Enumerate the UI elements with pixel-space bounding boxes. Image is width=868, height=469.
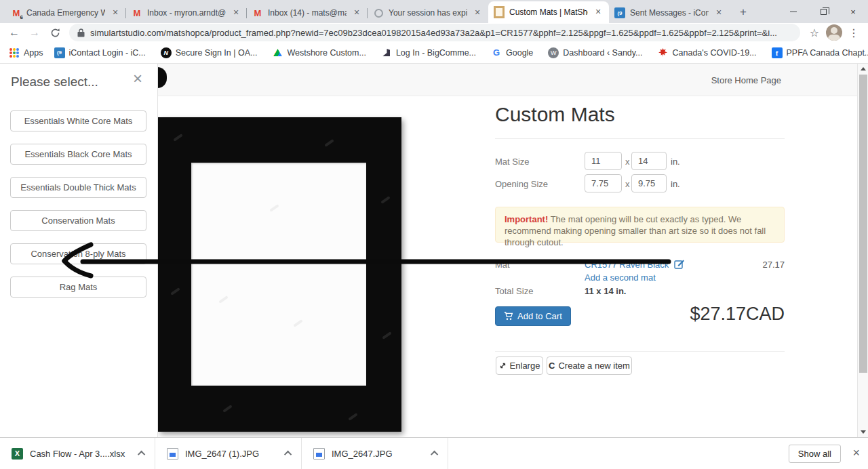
download-item[interactable]: IMG_2647 (1).JPG (155, 438, 302, 469)
browser-tab[interactable]: Inbox - myron.arndt@g × (126, 3, 247, 23)
mat-width-input[interactable] (585, 152, 622, 170)
tab-close-icon[interactable]: × (593, 7, 604, 18)
bookmark-favicon (658, 47, 669, 58)
total-size-label: Total Size (495, 286, 533, 296)
browser-tab[interactable]: Inbox (14) - mats@mat × (247, 3, 368, 23)
chevron-up-icon[interactable] (431, 451, 438, 458)
bookmark-item[interactable]: Dashboard ‹ Sandy... (544, 47, 646, 58)
download-item[interactable]: Cash Flow - Apr 3....xlsx (0, 438, 155, 469)
scroll-up-icon[interactable] (861, 67, 866, 70)
mat-type-button[interactable]: Rag Mats (10, 277, 146, 298)
bookmark-label: PPFA Canada Chapt... (787, 48, 868, 58)
reload-icon (50, 28, 60, 38)
browser-tab[interactable]: Custom Mats | MatSho × (488, 1, 609, 23)
opening-width-input[interactable] (585, 174, 622, 192)
bookmark-label: Google (506, 48, 533, 58)
tab-favicon (494, 7, 505, 18)
apps-grid-icon (9, 48, 19, 58)
opening-size-label: Opening Size (495, 179, 548, 189)
create-new-item-label: Create a new item (558, 361, 630, 371)
watermark (222, 405, 233, 413)
tab-close-icon[interactable]: × (472, 7, 483, 18)
bookmark-item[interactable]: Secure Sign In | OA... (157, 47, 262, 58)
bookmark-item[interactable]: Canada's COVID-19... (654, 47, 761, 58)
bookmark-item[interactable]: Westshore Custom... (268, 47, 370, 58)
mat-type-button[interactable]: Essentials White Core Mats (10, 110, 146, 131)
bookmark-label: Secure Sign In | OA... (176, 48, 258, 58)
cart-icon (504, 312, 513, 321)
restore-button[interactable] (808, 0, 838, 23)
panel-close-icon[interactable]: × (133, 70, 142, 87)
divider (495, 351, 785, 352)
bookmark-star-icon[interactable]: ☆ (806, 24, 823, 41)
new-tab-button[interactable]: + (734, 3, 753, 22)
warning-important: Important! (505, 214, 548, 224)
back-button[interactable]: ← (5, 24, 23, 41)
mat-type-button[interactable]: Essentials Double Thick Mats (10, 177, 146, 198)
mat-color-link[interactable]: CR1577 Raven Black (585, 260, 669, 270)
address-bar: ← → simulartstudio.com/matshopca/product… (0, 23, 868, 42)
browser-tab[interactable]: Your session has expire × (368, 3, 488, 23)
tab-close-icon[interactable]: × (351, 7, 362, 18)
bookmark-item[interactable]: PPFA Canada Chapt... (768, 47, 868, 58)
mat-type-button[interactable]: Conservation Mats (10, 210, 146, 231)
tab-close-icon[interactable]: × (110, 7, 121, 18)
forward-button[interactable]: → (26, 24, 43, 41)
bookmark-item[interactable]: Log In - BigComme... (377, 47, 480, 58)
bookmark-label: Log In - BigComme... (396, 48, 476, 58)
scroll-down-icon[interactable] (861, 430, 866, 434)
bookmark-label: iContact Login - iC... (69, 48, 146, 58)
mat-height-input[interactable] (631, 152, 667, 170)
add-to-cart-button[interactable]: Add to Cart (495, 306, 571, 326)
add-second-mat-link[interactable]: Add a second mat (585, 272, 656, 283)
omnibox[interactable]: simulartstudio.com/matshopca/product_fra… (69, 24, 800, 41)
bookmark-item[interactable]: iContact Login - iC... (50, 47, 150, 58)
close-button[interactable]: × (838, 0, 868, 23)
bookmark-favicon (381, 47, 392, 58)
browser-tab[interactable]: Sent Messages - iConta × (609, 3, 730, 23)
profile-avatar[interactable] (826, 24, 842, 41)
mat-type-button[interactable]: Conservation 8-ply Mats (10, 243, 146, 264)
chevron-up-icon[interactable] (138, 451, 145, 458)
enlarge-button[interactable]: Enlarge (496, 356, 543, 375)
enlarge-icon (499, 362, 507, 369)
warning-notice: Important! The mat opening will be cut e… (495, 207, 785, 243)
browser-tab[interactable]: 6 Canada Emergency Wa × (5, 3, 126, 23)
minimize-button[interactable] (778, 0, 808, 23)
page-content: Store Home Page Please select... × Essen… (0, 64, 868, 437)
menu-dots-icon[interactable]: ⋮ (845, 24, 863, 41)
tab-close-icon[interactable]: × (713, 7, 724, 18)
create-new-item-button[interactable]: C Create a new item (547, 356, 632, 375)
refresh-icon: C (549, 361, 555, 371)
mat-label: Mat (495, 260, 510, 270)
opening-height-input[interactable] (631, 174, 667, 192)
unit-label: in. (671, 179, 680, 189)
bookmark-favicon (548, 47, 559, 58)
download-item[interactable]: IMG_2647.JPG (302, 438, 448, 469)
tab-favicon (252, 7, 263, 18)
downloads-close-icon[interactable]: × (852, 447, 860, 459)
tab-close-icon[interactable]: × (231, 7, 241, 18)
mat-type-button[interactable]: Essentials Black Core Mats (10, 144, 146, 165)
download-filename: Cash Flow - Apr 3....xlsx (30, 449, 133, 459)
chevron-up-icon[interactable] (284, 451, 292, 458)
downloads-bar: Cash Flow - Apr 3....xlsx IMG_2647 (1).J… (0, 437, 868, 469)
mat-preview (158, 117, 401, 432)
scrollbar-thumb[interactable] (859, 75, 867, 373)
restore-icon (821, 9, 827, 15)
panel-title: Please select... (11, 75, 98, 89)
watermark (269, 204, 279, 212)
edit-mat-icon[interactable] (674, 258, 685, 272)
watermark (293, 319, 303, 327)
watermark (170, 287, 180, 295)
bookmark-item[interactable]: Google (487, 47, 537, 58)
unit-label: in. (671, 157, 680, 167)
reload-button[interactable] (46, 24, 64, 41)
watermark (382, 331, 392, 340)
bookmark-favicon (491, 47, 502, 58)
show-all-button[interactable]: Show all (789, 445, 841, 463)
divider (495, 138, 785, 139)
tab-strip: 6 Canada Emergency Wa × Inbox - myron.ar… (0, 0, 868, 23)
page-scrollbar[interactable] (857, 64, 868, 437)
apps-shortcut[interactable]: Apps (9, 48, 43, 58)
